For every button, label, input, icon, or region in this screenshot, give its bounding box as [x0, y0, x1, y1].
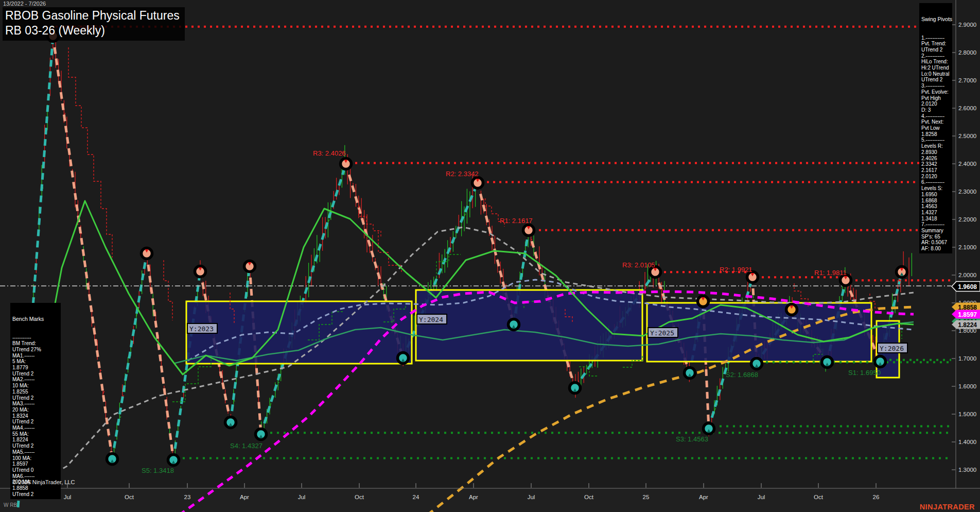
bench-marks-panel: Bench Marks -----------BM Trend:UTrend 2…	[10, 303, 61, 499]
year-box	[186, 301, 412, 364]
price-axis-label: 2.1000	[958, 244, 976, 250]
swing-pivots-line: AR: 0.5067	[921, 240, 950, 246]
resistance-label: R2: 2.3342	[446, 170, 479, 178]
swing-pivots-line: 4.-----------	[921, 113, 950, 120]
time-axis-band[interactable]	[0, 488, 980, 512]
time-axis-label: 24	[413, 494, 419, 500]
swing-pivots-line: SP's: 65	[921, 234, 950, 240]
swing-pivots-line: Pvt Low	[921, 125, 950, 131]
time-axis-label: Jul	[298, 494, 306, 500]
support-label: S3: 1.4563	[676, 435, 708, 443]
time-axis-label: 26	[873, 494, 880, 500]
time-axis-label: Jul	[758, 494, 765, 500]
svg-text:Y:2025: Y:2025	[650, 329, 674, 337]
bench-marks-line: -----------	[12, 335, 59, 341]
price-axis-label: 2.9000	[958, 22, 976, 28]
time-axis-label: Apr	[699, 494, 708, 500]
resistance-label: R2: 1.9921	[720, 266, 752, 274]
bench-marks-line: 1.8324	[12, 413, 59, 419]
swing-pivots-line: 2.0120	[921, 101, 950, 107]
swing-pivots-line: Levels S:	[921, 185, 950, 192]
bench-marks-line: UTrend 2	[12, 419, 59, 425]
bench-marks-line: MA3.------	[12, 401, 59, 407]
price-axis-label: 2.8000	[958, 49, 976, 56]
swing-pivots-line: Hi:2 UTrend	[921, 65, 950, 71]
swing-pivots-title: Swing Pivots	[921, 16, 950, 23]
swing-pivots-line: 2.8930	[921, 149, 950, 156]
bench-marks-title: Bench Marks	[12, 316, 59, 322]
bench-marks-line: BM Trend:	[12, 340, 59, 347]
time-axis-label: Oct	[814, 494, 824, 500]
bench-marks-line: UTrend 2	[12, 443, 59, 449]
price-axis-label: 1.4000	[958, 439, 976, 445]
price-axis-label: 2.5000	[958, 133, 976, 139]
swing-pivots-line: Levels R:	[921, 143, 950, 149]
price-axis-label: 1.3000	[958, 467, 976, 473]
swing-pivots-line: D: 3	[921, 107, 950, 113]
year-box-label: Y:2025	[648, 328, 678, 337]
bench-marks-line: 55 MA:	[12, 431, 59, 437]
price-axis-label: 2.6000	[958, 105, 976, 111]
swing-pivots-line: UTrend 2	[921, 47, 950, 53]
bench-marks-line: UTrend 2	[12, 395, 59, 401]
swing-pivots-line: 2.1617	[921, 167, 950, 174]
swing-pivots-line: 1.6868	[921, 198, 950, 204]
resistance-label: R1: 2.1617	[500, 217, 533, 225]
price-axis-label: 1.6000	[958, 383, 976, 389]
swing-pivots-line: 1.3418	[921, 216, 950, 222]
copyright-notice: © 2026 NinjaTrader, LLC	[12, 479, 75, 485]
price-axis-label: 2.4000	[958, 161, 976, 167]
time-axis-label: Jul	[64, 494, 72, 500]
swing-pivots-line: 6.-----------	[921, 179, 950, 185]
swing-pivots-line: Pvt. Trend:	[921, 41, 950, 47]
price-axis-label: 2.0000	[958, 272, 976, 278]
date-range-label: 13/2022 - 7/2026	[3, 1, 46, 7]
swing-pivots-line: 1.4327	[921, 210, 950, 216]
bench-marks-line: 1.8224	[12, 437, 59, 443]
swing-pivots-line: Pvt. Evolve:	[921, 89, 950, 95]
svg-text:Y:2024: Y:2024	[419, 316, 443, 323]
bench-marks-line: 1.8858	[12, 485, 59, 491]
price-chart-canvas[interactable]: R4: 2.8930R3: 2.4026R2: 2.3342R1: 2.1617…	[0, 0, 980, 512]
svg-text:Y:2026: Y:2026	[880, 345, 904, 352]
support-label: S2: 1.6868	[726, 371, 758, 379]
bench-marks-line: 1.8255	[12, 389, 59, 395]
bench-marks-line: MA1.------	[12, 353, 59, 359]
year-box	[647, 303, 871, 362]
year-box-label: Y:2023	[187, 323, 217, 333]
instrument-title: RBOB Gasoline Physical Futures	[5, 8, 180, 23]
support-label: S1: 1.6950	[848, 369, 881, 377]
svg-text:1.8597: 1.8597	[958, 311, 977, 318]
year-box-label: Y:2026	[878, 343, 907, 353]
bench-marks-line: MA4.------	[12, 425, 59, 431]
time-axis-label: Oct	[584, 494, 594, 500]
svg-text:1.9608: 1.9608	[958, 283, 977, 291]
bench-marks-line: UTrend 2	[12, 491, 59, 498]
bench-marks-line: UTrend 2	[12, 371, 59, 377]
swing-pivots-panel: Swing Pivots 1.-----------Pvt. Trend:UTr…	[919, 3, 952, 253]
time-axis-label: 23	[184, 494, 191, 500]
time-axis-label: 25	[643, 494, 650, 500]
resistance-label: R1: 1.9811	[814, 269, 847, 277]
swing-pivots-line: Pvt. Next:	[921, 119, 950, 125]
svg-text:1.8224: 1.8224	[958, 321, 977, 329]
swing-pivots-line: Pvt High	[921, 95, 950, 101]
bench-marks-line: 5 MA:	[12, 359, 59, 365]
svg-text:1.8858: 1.8858	[958, 304, 977, 311]
support-label: S5: 1.3418	[142, 467, 174, 474]
bench-marks-line: 100 MA:	[12, 455, 59, 462]
price-axis-label: 2.3000	[958, 189, 976, 195]
bench-marks-line: MA6.------	[12, 473, 59, 480]
resistance-label: R3: 2.0105	[622, 261, 655, 269]
time-axis-label: Oct	[125, 494, 134, 500]
ninjatrader-chart-window: R4: 2.8930R3: 2.4026R2: 2.3342R1: 2.1617…	[0, 0, 980, 512]
swing-pivots-line: 1.8258	[921, 131, 950, 138]
swing-pivots-line: UTrend 2	[921, 77, 950, 83]
swing-pivots-line: 2.0120	[921, 174, 950, 180]
swing-pivots-line: HiLo Trend:	[921, 59, 950, 65]
price-axis-label: 2.7000	[958, 77, 976, 83]
price-axis-label: 1.7000	[958, 355, 976, 362]
bench-marks-line: 1.8779	[12, 365, 59, 371]
price-axis-label: 1.5000	[958, 411, 976, 417]
instrument-code-label: W RB	[4, 502, 17, 508]
